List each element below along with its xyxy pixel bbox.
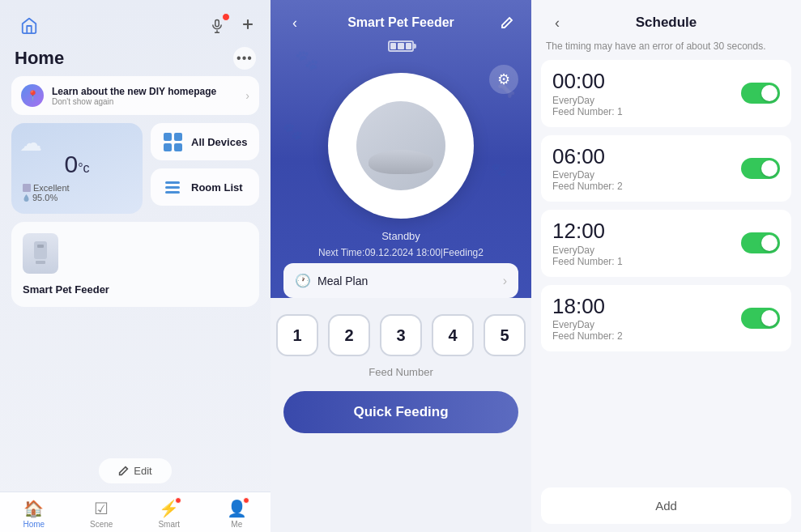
schedule-everyday-1: EveryDay xyxy=(552,169,623,181)
battery-indicator xyxy=(271,40,531,52)
nav-smart[interactable]: ⚡ Smart xyxy=(135,499,203,529)
schedule-info-0: 00:00 EveryDay Feed Number: 1 xyxy=(552,70,623,117)
battery-seg-3 xyxy=(406,43,411,49)
more-options-button[interactable]: ••• xyxy=(233,47,256,70)
schedule-feed-1: Feed Number: 2 xyxy=(552,181,623,192)
schedule-item-1: 06:00 EveryDay Feed Number: 2 xyxy=(541,135,791,202)
schedule-toggle-0[interactable] xyxy=(741,83,780,104)
schedule-feed-3: Feed Number: 2 xyxy=(552,330,623,342)
right-back-button[interactable]: ‹ xyxy=(546,11,569,34)
mid-title: Smart Pet Feeder xyxy=(306,15,496,30)
nav-scene[interactable]: ☑ Scene xyxy=(68,499,136,529)
schedule-time-3: 18:00 xyxy=(552,295,623,318)
schedule-time-0: 00:00 xyxy=(552,70,623,93)
feed-num-5[interactable]: 5 xyxy=(484,314,526,356)
right-title: Schedule xyxy=(636,15,697,31)
learn-text: Learn about the new DIY homepage Don't s… xyxy=(52,86,237,106)
quick-feeding-button[interactable]: Quick Feeding xyxy=(283,391,518,433)
standby-label: Standby xyxy=(271,230,531,242)
add-button[interactable] xyxy=(240,16,256,36)
feed-num-4[interactable]: 4 xyxy=(432,314,474,356)
edit-button[interactable]: Edit xyxy=(99,458,171,483)
right-panel: ‹ Schedule The timing may have an error … xyxy=(531,0,801,532)
edit-label: Edit xyxy=(134,465,151,477)
weather-humidity: 95.0% xyxy=(23,193,131,202)
schedule-item-0: 00:00 EveryDay Feed Number: 1 xyxy=(541,60,791,127)
nav-me[interactable]: 👤 Me xyxy=(203,499,271,529)
battery-icon xyxy=(388,40,414,52)
learn-icon: 📍 xyxy=(21,84,44,107)
back-button[interactable]: ‹ xyxy=(283,11,306,34)
learn-sub: Don't show again xyxy=(52,97,237,106)
nav-home-label: Home xyxy=(23,520,45,529)
weather-widget: ☁ 0°c Excellent 95.0% xyxy=(11,123,143,214)
clock-icon: 🕐 xyxy=(295,273,311,288)
schedule-feed-2: Feed Number: 1 xyxy=(552,256,623,267)
smart-badge-dot xyxy=(175,497,181,504)
schedule-time-2: 12:00 xyxy=(552,219,623,243)
weather-sub: Excellent 95.0% xyxy=(23,183,131,202)
mic-badge-dot xyxy=(222,13,230,21)
feed-num-1[interactable]: 1 xyxy=(276,314,318,356)
schedule-feed-0: Feed Number: 1 xyxy=(552,106,623,117)
mic-button[interactable] xyxy=(206,15,228,37)
bowl-inner xyxy=(356,101,445,190)
schedule-hint: The timing may have an error of about 30… xyxy=(531,40,801,60)
svg-rect-5 xyxy=(23,184,31,192)
room-list-button[interactable]: Room List xyxy=(151,168,259,206)
schedule-toggle-1[interactable] xyxy=(741,158,780,179)
learn-chevron-icon: › xyxy=(245,89,249,102)
shortcuts-col: All Devices Room List xyxy=(151,123,259,214)
device-name: Smart Pet Feeder xyxy=(23,283,248,296)
smart-badge: ⚡ xyxy=(159,499,179,518)
feed-num-3[interactable]: 3 xyxy=(380,314,422,356)
home-title: Home xyxy=(15,48,64,69)
learn-banner[interactable]: 📍 Learn about the new DIY homepage Don't… xyxy=(11,76,259,115)
svg-rect-6 xyxy=(34,241,47,259)
cloud-icon: ☁ xyxy=(19,130,42,156)
schedule-toggle-3[interactable] xyxy=(741,308,780,329)
device-image xyxy=(23,233,58,274)
nav-me-label: Me xyxy=(231,520,242,529)
nav-home[interactable]: 🏠 Home xyxy=(0,499,68,529)
meal-plan-chevron-icon: › xyxy=(503,274,507,288)
learn-title: Learn about the new DIY homepage xyxy=(52,86,237,97)
all-devices-button[interactable]: All Devices xyxy=(151,123,259,160)
bottom-nav: 🏠 Home ☑ Scene ⚡ Smart 👤 Me xyxy=(0,492,271,532)
home-nav-icon: 🏠 xyxy=(23,499,44,518)
nav-scene-label: Scene xyxy=(90,520,113,529)
schedule-toggle-2[interactable] xyxy=(741,232,780,253)
grid-icon xyxy=(162,131,183,152)
meal-plan-row[interactable]: 🕐 Meal Plan › xyxy=(283,263,518,298)
svg-rect-0 xyxy=(215,20,219,27)
room-list-label: Room List xyxy=(191,181,243,194)
schedule-everyday-3: EveryDay xyxy=(552,319,623,330)
me-badge: 👤 xyxy=(227,499,247,518)
battery-seg-1 xyxy=(390,43,396,49)
right-header: ‹ Schedule xyxy=(531,0,801,40)
schedule-info-2: 12:00 EveryDay Feed Number: 1 xyxy=(552,219,623,267)
home-icon[interactable] xyxy=(15,11,44,40)
left-panel: Home ••• 📍 Learn about the new DIY homep… xyxy=(0,0,271,532)
battery-seg-2 xyxy=(398,43,403,49)
schedule-info-3: 18:00 EveryDay Feed Number: 2 xyxy=(552,295,623,343)
home-title-row: Home ••• xyxy=(0,45,271,76)
mid-bottom: 1 2 3 4 5 Feed Number Quick Feeding xyxy=(271,298,531,532)
schedule-time-1: 06:00 xyxy=(552,145,623,168)
weather-status: Excellent xyxy=(23,183,131,193)
nav-smart-label: Smart xyxy=(158,520,180,529)
device-card[interactable]: Smart Pet Feeder xyxy=(11,222,259,307)
feed-num-2[interactable]: 2 xyxy=(328,314,370,356)
lines-icon xyxy=(162,177,183,198)
feed-numbers: 1 2 3 4 5 xyxy=(276,314,526,356)
edit-pencil-button[interactable] xyxy=(496,11,518,34)
next-time-row: Next Time:09.12.2024 18:00|Feeding2 xyxy=(271,242,531,263)
widgets-row: ☁ 0°c Excellent 95.0% xyxy=(11,123,259,214)
settings-gear-button[interactable]: ⚙ xyxy=(489,65,518,94)
meal-plan-label: Meal Plan xyxy=(317,275,368,287)
schedule-item-2: 12:00 EveryDay Feed Number: 1 xyxy=(541,210,791,277)
svg-rect-8 xyxy=(36,261,45,264)
mid-header: ‹ Smart Pet Feeder xyxy=(271,0,531,40)
add-button[interactable]: Add xyxy=(541,487,791,524)
header-actions xyxy=(206,15,256,37)
